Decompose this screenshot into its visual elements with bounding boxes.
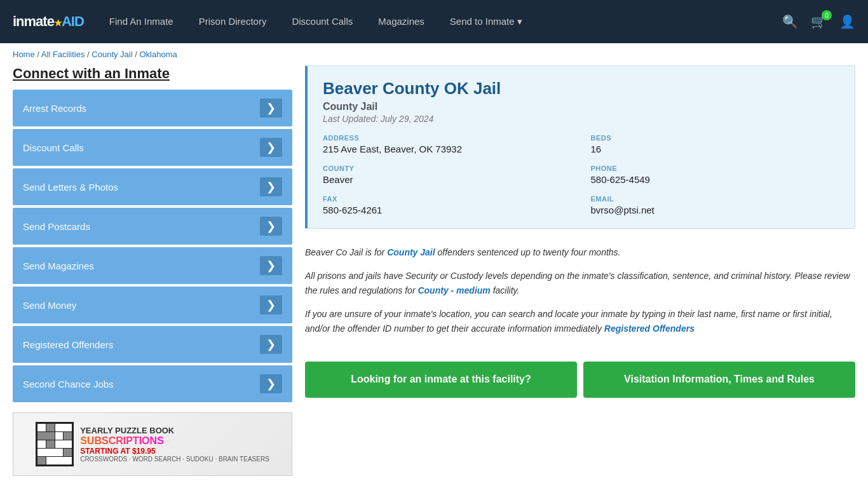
arrow-icon: ❯ — [260, 335, 282, 354]
county-group: COUNTY Beaver — [323, 165, 572, 185]
cart-button[interactable]: 🛒 0 — [811, 14, 827, 29]
nav-prison-directory[interactable]: Prison Directory — [199, 16, 267, 27]
arrow-icon: ❯ — [260, 138, 282, 157]
visitation-info-button[interactable]: Visitation Information, Times and Rules — [583, 362, 855, 398]
sidebar-item-discount-calls[interactable]: Discount Calls ❯ — [13, 129, 292, 166]
email-group: EMAIL bvrso@ptsi.net — [591, 195, 840, 215]
main-nav: Find An Inmate Prison Directory Discount… — [109, 16, 763, 27]
beds-group: BEDS 16 — [591, 134, 840, 154]
beds-value: 16 — [591, 144, 840, 154]
county-value: Beaver — [323, 174, 572, 185]
puzzle-image — [36, 422, 74, 466]
header: inmate★AID Find An Inmate Prison Directo… — [0, 0, 868, 43]
sidebar-item-send-magazines[interactable]: Send Magazines ❯ — [13, 247, 292, 284]
nav-discount-calls[interactable]: Discount Calls — [292, 16, 353, 27]
phone-value: 580-625-4549 — [591, 174, 840, 185]
phone-group: PHONE 580-625-4549 — [591, 165, 840, 185]
sidebar-title: Connect with an Inmate — [13, 65, 292, 82]
sidebar-item-second-chance-jobs[interactable]: Second Chance Jobs ❯ — [13, 365, 292, 402]
search-icon[interactable]: 🔍 — [782, 14, 798, 29]
facility-type: County Jail — [323, 101, 839, 112]
breadcrumb-county-jail[interactable]: County Jail — [92, 50, 132, 59]
sidebar: Connect with an Inmate Arrest Records ❯ … — [13, 65, 292, 476]
arrow-icon: ❯ — [260, 256, 282, 275]
description-area: Beaver Co Jail is for County Jail offend… — [305, 239, 855, 351]
arrow-icon: ❯ — [260, 98, 282, 118]
facility-details: ADDRESS 215 Ave East, Beaver, OK 73932 B… — [323, 134, 839, 215]
cart-badge: 0 — [822, 10, 832, 20]
find-inmate-button[interactable]: Looking for an inmate at this facility? — [305, 362, 577, 398]
sidebar-item-send-letters[interactable]: Send Letters & Photos ❯ — [13, 168, 292, 205]
content-area: Beaver County OK Jail County Jail Last U… — [305, 65, 855, 476]
desc-paragraph-1: Beaver Co Jail is for County Jail offend… — [305, 245, 855, 260]
county-jail-link-1[interactable]: County Jail — [387, 247, 435, 257]
sidebar-item-registered-offenders[interactable]: Registered Offenders ❯ — [13, 326, 292, 363]
header-icons: 🔍 🛒 0 👤 — [782, 14, 855, 29]
bottom-buttons: Looking for an inmate at this facility? … — [305, 362, 855, 398]
address-label: ADDRESS — [323, 134, 572, 142]
desc-paragraph-3: If you are unsure of your inmate's locat… — [305, 307, 855, 336]
arrow-icon: ❯ — [260, 217, 282, 236]
logo[interactable]: inmate★AID — [13, 13, 84, 30]
main-layout: Connect with an Inmate Arrest Records ❯ … — [0, 65, 868, 488]
fax-value: 580-625-4261 — [323, 205, 572, 215]
breadcrumb-oklahoma[interactable]: Oklahoma — [139, 50, 177, 59]
registered-offenders-link[interactable]: Registered Offenders — [604, 323, 695, 334]
user-icon[interactable]: 👤 — [839, 14, 855, 29]
nav-magazines[interactable]: Magazines — [378, 16, 424, 27]
sidebar-item-send-money[interactable]: Send Money ❯ — [13, 287, 292, 323]
breadcrumb-all-facilities[interactable]: All Facilities — [41, 50, 85, 59]
nav-find-inmate[interactable]: Find An Inmate — [109, 16, 173, 27]
email-label: EMAIL — [591, 195, 840, 203]
facility-title: Beaver County OK Jail — [323, 79, 839, 98]
logo-text: inmate★AID — [13, 13, 84, 30]
breadcrumb: Home / All Facilities / County Jail / Ok… — [0, 43, 868, 65]
ad-banner[interactable]: YEARLY PUZZLE BOOK SUBSCRIPTIONS STARTIN… — [13, 412, 292, 476]
fax-label: FAX — [323, 195, 572, 203]
facility-card: Beaver County OK Jail County Jail Last U… — [305, 65, 855, 229]
nav-send-to-inmate[interactable]: Send to Inmate ▾ — [450, 16, 522, 27]
desc-paragraph-2: All prisons and jails have Security or C… — [305, 269, 855, 298]
county-medium-link[interactable]: County - medium — [417, 285, 490, 295]
sidebar-menu: Arrest Records ❯ Discount Calls ❯ Send L… — [13, 90, 292, 402]
arrow-icon: ❯ — [260, 295, 282, 315]
address-group: ADDRESS 215 Ave East, Beaver, OK 73932 — [323, 134, 572, 154]
phone-label: PHONE — [591, 165, 840, 172]
beds-label: BEDS — [591, 134, 840, 142]
fax-group: FAX 580-625-4261 — [323, 195, 572, 215]
county-label: COUNTY — [323, 165, 572, 172]
email-value: bvrso@ptsi.net — [591, 205, 840, 215]
breadcrumb-home[interactable]: Home — [13, 50, 35, 59]
sidebar-item-arrest-records[interactable]: Arrest Records ❯ — [13, 90, 292, 126]
facility-last-updated: Last Updated: July 29, 2024 — [323, 114, 839, 124]
address-value: 215 Ave East, Beaver, OK 73932 — [323, 144, 572, 154]
arrow-icon: ❯ — [260, 374, 282, 393]
ad-text: YEARLY PUZZLE BOOK SUBSCRIPTIONS STARTIN… — [80, 426, 269, 463]
arrow-icon: ❯ — [260, 177, 282, 196]
sidebar-item-send-postcards[interactable]: Send Postcards ❯ — [13, 208, 292, 245]
